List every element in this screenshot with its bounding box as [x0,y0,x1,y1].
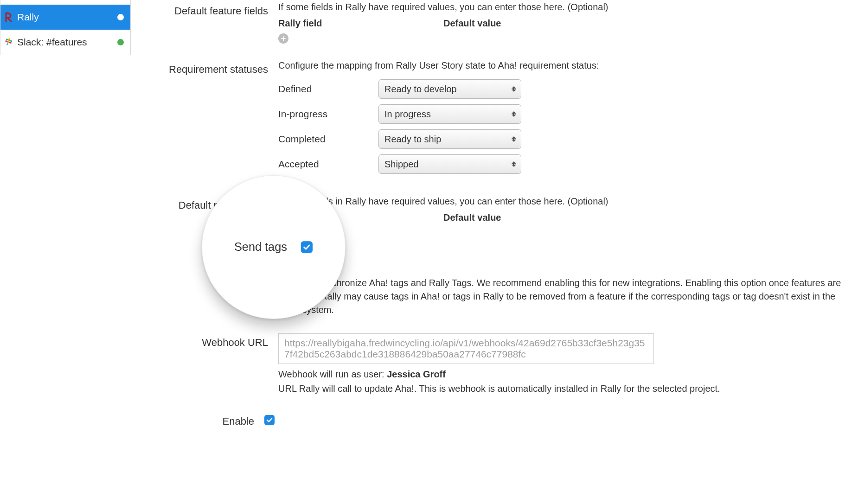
state-label: In-progress [278,108,378,120]
status-dot-icon [117,14,124,20]
updown-caret-icon [512,161,516,167]
webhook-description: URL Rally will call to update Aha!. This… [278,382,844,396]
row-webhook-url: Webhook URL https://reallybigaha.fredwin… [158,333,844,396]
col-header-default-value: Default value [443,212,501,223]
field-content: https://reallybigaha.fredwincycling.io/a… [278,333,844,396]
integration-sidebar: Rally Slack: #features [0,0,131,55]
select-value: In progress [384,109,431,120]
webhook-run-as-prefix: Webhook will run as user: [278,369,387,379]
row-requirement-statuses: Requirement statuses Configure the mappi… [158,60,844,179]
col-header-rally-field: Rally field [278,18,443,29]
state-label: Accepted [278,159,378,170]
rally-icon [4,12,13,22]
field-content: If some fields in Rally have required va… [278,2,844,44]
help-text: Configure the mapping from Rally User St… [278,60,844,71]
sidebar-item-rally[interactable]: Rally [0,5,130,30]
col-header-default-value: Default value [443,18,501,29]
status-dot-icon [117,39,124,45]
status-select-completed[interactable]: Ready to ship [378,129,521,149]
status-select-inprogress[interactable]: In progress [378,104,521,124]
send-tags-description: Check to synchronize Aha! tags and Rally… [278,276,844,317]
row-send-tags: Send tags Check to synchronize Aha! tags… [158,256,844,317]
field-label: Requirement statuses [158,60,278,76]
column-headers: Rally field Default value [278,18,844,29]
plus-icon: + [281,34,286,43]
field-label: Default feature fields [158,2,278,18]
field-label: Send tags [158,256,278,272]
field-content: Check to synchronize Aha! tags and Rally… [278,256,844,317]
column-headers: Rally field Default value [278,212,844,223]
state-label: Defined [278,83,378,95]
state-label: Completed [278,134,378,145]
select-value: Ready to ship [384,134,441,145]
help-text: If some fields in Rally have required va… [278,2,844,13]
updown-caret-icon [512,136,516,142]
status-mapping-defined: Defined Ready to develop [278,79,844,99]
field-label: Default requirement fields [158,196,278,224]
integration-settings-form: Default feature fields If some fields in… [158,0,844,428]
col-header-rally-field: Rally field [278,212,443,223]
field-content: If some fields in Rally have required va… [278,196,844,238]
help-text: If some fields in Rally have required va… [278,196,844,207]
status-mapping-completed: Completed Ready to ship [278,129,844,149]
enable-checkbox[interactable] [264,415,275,425]
sidebar-item-label: Slack: #features [17,37,113,48]
row-enable: Enable [158,412,844,428]
row-default-requirement-fields: Default requirement fields If some field… [158,196,844,238]
status-select-accepted[interactable]: Shipped [378,154,521,174]
field-label: Enable [158,412,264,428]
status-mapping-inprogress: In-progress In progress [278,104,844,124]
field-label: Webhook URL [158,333,278,349]
check-icon [266,417,273,423]
sidebar-item-label: Rally [17,12,113,23]
updown-caret-icon [512,86,516,92]
webhook-run-as: Webhook will run as user: Jessica Groff [278,368,844,381]
webhook-run-as-user: Jessica Groff [387,369,446,379]
plus-icon: + [281,229,286,237]
sidebar-top-edge [0,0,130,5]
status-mapping-accepted: Accepted Shipped [278,154,844,174]
select-value: Shipped [384,159,418,170]
updown-caret-icon [512,111,516,117]
webhook-url-field[interactable]: https://reallybigaha.fredwincycling.io/a… [278,333,654,364]
select-value: Ready to develop [384,84,457,95]
sidebar-item-slack[interactable]: Slack: #features [0,30,130,55]
field-content: Configure the mapping from Rally User St… [278,60,844,179]
status-select-defined[interactable]: Ready to develop [378,79,521,99]
slack-icon [4,38,13,46]
add-field-button[interactable]: + [278,228,288,238]
row-default-feature-fields: Default feature fields If some fields in… [158,2,844,44]
check-icon [280,261,287,268]
add-field-button[interactable]: + [278,33,288,44]
send-tags-checkbox[interactable] [278,259,288,269]
field-content [264,412,844,426]
